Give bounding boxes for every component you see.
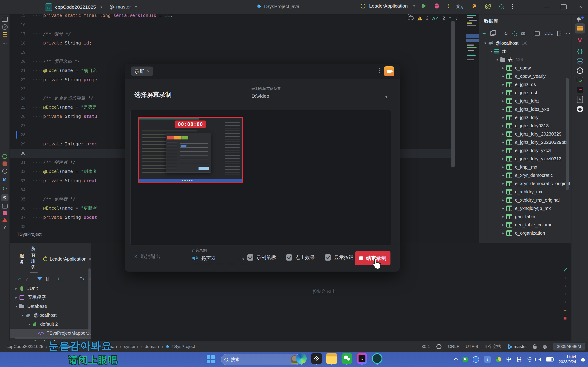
run-more-icon[interactable]: [448, 4, 449, 8]
chevron-right-icon[interactable]: ▸: [500, 107, 506, 111]
chevron-right-icon[interactable]: ▸: [500, 181, 506, 186]
more-icon[interactable]: ⋯: [566, 31, 570, 36]
chevron-right-icon[interactable]: ▸: [500, 99, 506, 103]
db-icon[interactable]: [575, 23, 585, 33]
chevron-right-icon[interactable]: ▸: [500, 66, 506, 70]
notifications-bell[interactable]: [577, 17, 583, 20]
notification-center-icon[interactable]: [581, 358, 585, 361]
chevron-right-icon[interactable]: ▸: [500, 215, 506, 219]
memory-indicator[interactable]: 3009/4096M: [553, 343, 585, 350]
branch-icon[interactable]: Y: [2, 224, 8, 231]
clock[interactable]: 15:54 2023/9/24: [559, 354, 576, 365]
ime-indicator[interactable]: 中: [506, 356, 511, 363]
chevron-right-icon[interactable]: ▸: [500, 157, 506, 161]
ddl-button[interactable]: DDL: [544, 31, 553, 36]
service-tree-row[interactable]: ▸JUnit: [9, 284, 91, 293]
caret-position[interactable]: 30:1: [422, 344, 430, 349]
code-line[interactable]: 16: [9, 20, 451, 29]
file-encoding[interactable]: UTF-8: [466, 344, 478, 349]
ime-pinyin-indicator[interactable]: 拼: [516, 356, 521, 363]
code-line[interactable]: 19: [9, 48, 451, 57]
record-option[interactable]: 显示按键: [325, 254, 354, 261]
chevron-right-icon[interactable]: ▸: [500, 148, 506, 152]
collapse-all-icon[interactable]: ↙: [25, 276, 29, 282]
brackets-icon[interactable]: { }: [2, 185, 8, 192]
lines-icon[interactable]: ≡: [562, 307, 568, 313]
rec-app[interactable]: [372, 353, 383, 365]
tab-all-services[interactable]: 所有服务: [31, 245, 36, 273]
dialog-more-icon[interactable]: [379, 68, 380, 73]
chevron-down-icon[interactable]: ▾: [482, 41, 488, 45]
skull-icon[interactable]: [521, 32, 525, 35]
problem-icon[interactable]: [2, 218, 7, 222]
copy-icon[interactable]: [490, 31, 494, 36]
wechat-tray-icon[interactable]: [463, 357, 468, 362]
git-widget[interactable]: master: [508, 344, 527, 349]
service-tree-row[interactable]: ▸应用程序: [9, 293, 91, 302]
detach-icon[interactable]: [557, 31, 561, 36]
indent-setting[interactable]: 4 个空格: [484, 344, 501, 350]
docker-icon[interactable]: [577, 87, 583, 93]
battery-icon[interactable]: [546, 357, 553, 361]
expand-all-icon[interactable]: ↗: [17, 276, 21, 282]
web-icon[interactable]: [577, 58, 583, 65]
checkbox-checked-icon[interactable]: [286, 254, 292, 261]
code-line[interactable]: 15····private static final long serialVe…: [9, 14, 451, 20]
editor-scrollbar[interactable]: [451, 21, 455, 167]
chevron-down-icon[interactable]: ▾: [494, 58, 500, 62]
speaker-select[interactable]: 扬声器 ▼: [192, 255, 246, 264]
chevron-right-icon[interactable]: ▸: [500, 132, 506, 136]
help-icon[interactable]: ?: [2, 24, 8, 30]
run-button[interactable]: [422, 4, 426, 8]
services-scrollbar[interactable]: [88, 268, 91, 335]
settings-icon[interactable]: ⚙: [1, 194, 9, 201]
volume-icon[interactable]: [538, 358, 541, 361]
debug-button[interactable]: [435, 3, 439, 8]
chevron-right-icon[interactable]: ▸: [500, 140, 506, 144]
prev-problem-arrow[interactable]: ↑: [449, 15, 451, 21]
assistant-icon[interactable]: [436, 344, 441, 349]
tree-row-localhost[interactable]: ▾ @localhost 1/6: [479, 39, 565, 47]
project-name[interactable]: cppCode20221025: [55, 4, 96, 10]
readonly-lock-icon[interactable]: [533, 346, 536, 349]
idea-app[interactable]: [356, 353, 367, 365]
dialog-tab[interactable]: 录屏 ×: [131, 67, 153, 76]
recorder-app-icon[interactable]: [384, 66, 394, 76]
list-icon[interactable]: [3, 32, 7, 37]
chevron-right-icon[interactable]: ▸: [500, 165, 506, 169]
service-tree-row[interactable]: </>TSysProjectMapper.xml: [9, 329, 91, 338]
notify-icon[interactable]: [3, 211, 7, 215]
chevron-icon[interactable]: ▾: [14, 304, 19, 309]
maximize-button[interactable]: [561, 4, 567, 10]
screen-icon[interactable]: [2, 17, 8, 22]
typo-count[interactable]: 2: [443, 16, 445, 21]
chevron-right-icon[interactable]: ▸: [500, 231, 506, 235]
service-tree-row[interactable]: ▾Database: [9, 302, 91, 311]
record-option[interactable]: 点击效果: [286, 254, 315, 261]
breadcrumb-item[interactable]: TSysProject: [172, 344, 195, 349]
chevron-right-icon[interactable]: ▸: [500, 223, 506, 227]
add-service-view-icon[interactable]: +: [46, 277, 48, 281]
search-everywhere-icon[interactable]: [499, 4, 503, 8]
history-icon[interactable]: [2, 169, 7, 174]
save-location-select[interactable]: D:\video ▼: [251, 93, 389, 102]
code-line[interactable]: 18····private String id;: [9, 39, 451, 48]
chevron-right-icon[interactable]: ▸: [500, 124, 506, 128]
checkbox-checked-icon[interactable]: [247, 254, 253, 261]
wechat-app[interactable]: [341, 353, 352, 365]
run-widget[interactable]: LeaderApplication ▾: [361, 3, 449, 9]
chevron-icon[interactable]: ▾: [20, 313, 26, 317]
translate-icon[interactable]: 文A: [456, 3, 463, 9]
dialog-tab-close-icon[interactable]: ×: [147, 69, 149, 74]
breadcrumb-item[interactable]: domain: [145, 344, 159, 349]
close-tab-icon[interactable]: ×: [89, 257, 91, 261]
chevron-right-icon[interactable]: ▸: [500, 198, 506, 202]
down2-icon[interactable]: ↓: [562, 299, 568, 305]
db-scrollbar[interactable]: [566, 78, 569, 190]
download-tray-icon[interactable]: ↓: [484, 356, 491, 363]
chevron-icon[interactable]: ▸: [14, 295, 19, 300]
statusbar-bell-icon[interactable]: [543, 345, 547, 348]
wifi-icon[interactable]: [527, 357, 533, 362]
shield-icon[interactable]: [577, 77, 583, 84]
down-icon[interactable]: ↓: [562, 283, 568, 289]
